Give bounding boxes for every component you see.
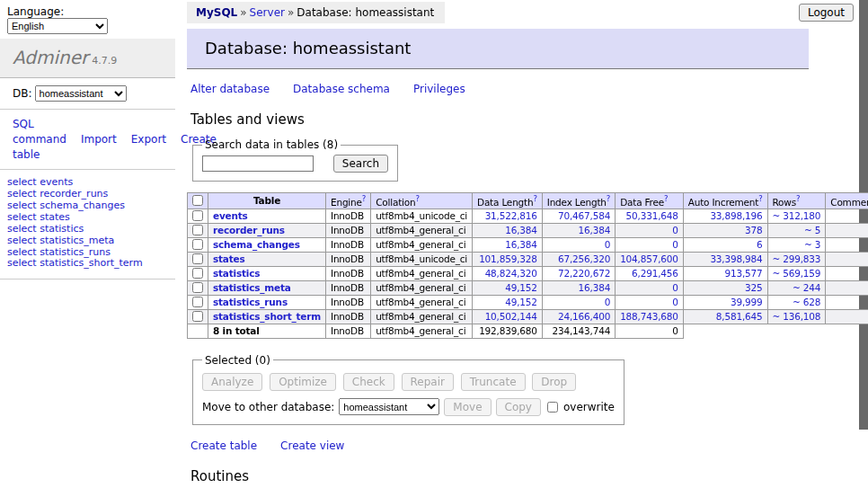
data-length-link[interactable]: 49,152 (505, 282, 537, 293)
data-length-link[interactable]: 16,384 (505, 239, 537, 250)
help-icon[interactable]: ? (664, 194, 668, 203)
search-button[interactable]: Search (333, 155, 388, 173)
table-name-link[interactable]: schema_changes (213, 239, 300, 250)
table-name-link[interactable]: statistics (213, 268, 260, 279)
adminer-logo-link[interactable]: Adminer (13, 47, 88, 68)
auto-increment-link[interactable]: 33,898,196 (710, 210, 762, 221)
data-free-link[interactable]: 188,743,680 (620, 311, 678, 322)
row-checkbox[interactable] (192, 239, 203, 250)
data-free-link[interactable]: 104,857,600 (620, 253, 678, 264)
row-checkbox[interactable] (192, 297, 203, 307)
data-length-link[interactable]: 49,152 (505, 297, 537, 307)
rows-count-link[interactable]: ~ 569,159 (773, 268, 821, 279)
index-length-link[interactable]: 70,467,584 (558, 210, 610, 221)
copy-button[interactable]: Copy (496, 398, 541, 416)
sql-command-link[interactable]: SQL command (13, 118, 66, 146)
index-length-link[interactable]: 16,384 (579, 225, 611, 235)
data-length-link[interactable]: 16,384 (505, 225, 537, 235)
data-free-link[interactable]: 0 (672, 239, 678, 250)
auto-increment-link[interactable]: 378 (745, 225, 762, 235)
language-select[interactable]: English (7, 18, 108, 34)
drop-button[interactable]: Drop (532, 373, 576, 391)
rows-count-link[interactable]: ~ 312,180 (773, 210, 821, 221)
help-icon[interactable]: ? (607, 194, 610, 203)
rows-count-link[interactable]: ~ 628 (793, 297, 820, 307)
index-length-link[interactable]: 67,256,320 (558, 253, 610, 264)
auto-increment-link[interactable]: 8,581,645 (716, 311, 763, 322)
row-checkbox[interactable] (192, 282, 203, 293)
alter-database-link[interactable]: Alter database (190, 83, 270, 95)
data-free-link[interactable]: 0 (672, 225, 678, 235)
data-length-link[interactable]: 101,859,328 (479, 253, 537, 264)
repair-button[interactable]: Repair (402, 373, 454, 391)
row-checkbox[interactable] (192, 268, 203, 279)
auto-increment-link[interactable]: 33,398,984 (710, 253, 762, 264)
table-name-link[interactable]: statistics_short_term (213, 311, 321, 322)
table-link[interactable]: states (40, 211, 70, 223)
move-database-select[interactable]: homeassistant (339, 398, 439, 415)
help-icon[interactable]: ? (415, 194, 419, 203)
data-length-link[interactable]: 31,522,816 (485, 210, 537, 221)
index-length-link[interactable]: 72,220,672 (558, 268, 610, 279)
rows-count-link[interactable]: ~ 3 (804, 239, 820, 250)
auto-increment-link[interactable]: 325 (745, 282, 762, 293)
truncate-button[interactable]: Truncate (461, 373, 526, 391)
table-link[interactable]: statistics_short_term (40, 257, 142, 269)
data-free-link[interactable]: 50,331,648 (626, 210, 678, 221)
table-name-link[interactable]: statistics_runs (213, 297, 288, 307)
create-table-link[interactable]: Create table (190, 439, 257, 452)
index-length-link[interactable]: 24,166,400 (558, 311, 610, 322)
index-length-link[interactable]: 16,384 (579, 282, 611, 293)
auto-increment-link[interactable]: 913,577 (724, 268, 762, 279)
select-link[interactable]: select (7, 257, 37, 269)
rows-count-link[interactable]: ~ 136,108 (773, 311, 821, 322)
select-all-checkbox[interactable] (192, 195, 203, 206)
select-link[interactable]: select (7, 188, 37, 200)
search-input[interactable] (202, 155, 314, 172)
auto-increment-link[interactable]: 39,999 (731, 297, 763, 307)
create-view-link[interactable]: Create view (280, 439, 344, 452)
privileges-link[interactable]: Privileges (413, 83, 465, 95)
select-link[interactable]: select (7, 211, 37, 223)
data-free-link[interactable]: 0 (672, 297, 678, 307)
rows-count-link[interactable]: ~ 299,833 (773, 253, 821, 264)
rows-count-link[interactable]: ~ 5 (804, 225, 820, 235)
move-button[interactable]: Move (444, 398, 491, 416)
table-link[interactable]: statistics_meta (40, 235, 114, 246)
select-link[interactable]: select (7, 246, 37, 258)
data-free-link[interactable]: 0 (672, 282, 678, 293)
select-link[interactable]: select (7, 176, 37, 188)
help-icon[interactable]: ? (533, 194, 536, 203)
breadcrumb-mysql-link[interactable]: MySQL (196, 6, 237, 19)
help-icon[interactable]: ? (362, 194, 366, 203)
select-link[interactable]: select (7, 200, 37, 211)
data-length-link[interactable]: 48,824,320 (485, 268, 537, 279)
row-checkbox[interactable] (192, 210, 203, 221)
export-link[interactable]: Export (131, 133, 166, 146)
breadcrumb-server-link[interactable]: Server (250, 6, 285, 19)
select-link[interactable]: select (7, 235, 37, 246)
data-length-link[interactable]: 10,502,144 (485, 311, 537, 322)
help-icon[interactable]: ? (796, 194, 800, 203)
table-name-link[interactable]: recorder_runs (213, 225, 285, 235)
check-button[interactable]: Check (343, 373, 394, 391)
rows-count-link[interactable]: ~ 244 (793, 282, 820, 293)
index-length-link[interactable]: 0 (605, 297, 610, 307)
auto-increment-link[interactable]: 6 (757, 239, 762, 250)
table-link[interactable]: events (40, 176, 73, 188)
table-name-link[interactable]: statistics_meta (213, 282, 291, 293)
db-select[interactable]: homeassistant (35, 85, 127, 102)
table-link[interactable]: recorder_runs (40, 188, 108, 200)
row-checkbox[interactable] (192, 253, 203, 264)
select-link[interactable]: select (7, 223, 37, 235)
optimize-button[interactable]: Optimize (270, 373, 336, 391)
table-link[interactable]: schema_changes (40, 200, 125, 211)
database-schema-link[interactable]: Database schema (293, 83, 390, 95)
import-link[interactable]: Import (81, 133, 117, 146)
overwrite-checkbox[interactable] (547, 402, 558, 413)
analyze-button[interactable]: Analyze (202, 373, 262, 391)
row-checkbox[interactable] (192, 225, 203, 235)
data-free-link[interactable]: 6,291,456 (632, 268, 678, 279)
table-name-link[interactable]: events (213, 210, 248, 221)
help-icon[interactable]: ? (758, 194, 762, 203)
